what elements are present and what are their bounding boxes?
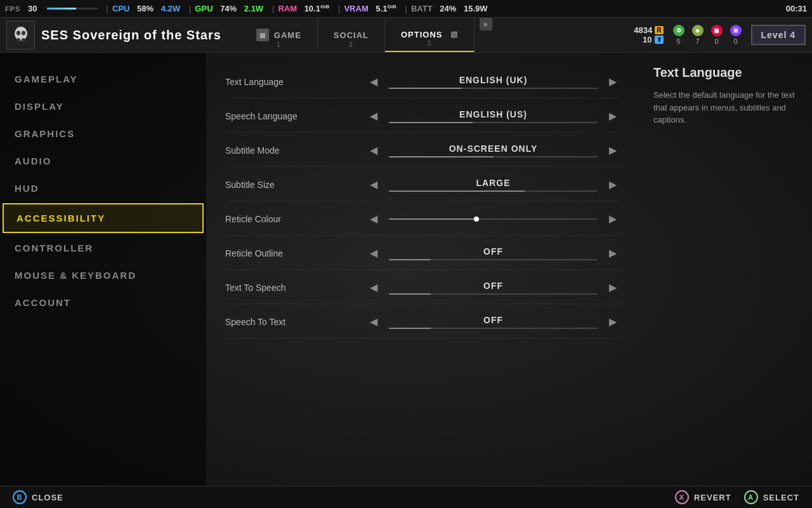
hud-icon-1: ⚙ xyxy=(673,25,684,36)
resource-stats: 4834 R 10 ⬆ xyxy=(634,25,663,44)
subtitle-size-slider xyxy=(389,190,598,192)
cpu-percent: 58% xyxy=(137,4,154,13)
text-language-value: ENGLISH (UK) xyxy=(459,75,528,85)
reticle-outline-control: ◀ OFF ▶ xyxy=(365,244,622,262)
nav-tabs: ▦ GAME 1 SOCIAL 2 OPTIONS ▧ 3 ≡ xyxy=(240,18,492,52)
revert-button[interactable]: X REVERT xyxy=(675,490,731,504)
game-title: SES Sovereign of the Stars xyxy=(41,28,221,43)
sidebar-item-hud[interactable]: HUD xyxy=(0,175,206,202)
reticle-outline-slider xyxy=(389,259,598,260)
hud-stats: 4834 R 10 ⬆ ⚙ 5 ◈ 7 ▣ 0 ⊞ 0 xyxy=(634,25,806,45)
second-resource-val: 10 xyxy=(643,35,652,44)
subtitle-mode-prev[interactable]: ◀ xyxy=(365,142,383,159)
hud-icon-3-val: 0 xyxy=(714,37,718,45)
x-button-icon: X xyxy=(675,490,689,504)
r-badge: R xyxy=(655,26,663,34)
fps-value: 30 xyxy=(28,4,37,13)
reticle-colour-slider xyxy=(389,218,598,220)
subtitle-size-label: Subtitle Size xyxy=(225,180,365,190)
speech-language-slider xyxy=(389,122,598,123)
cpu-bar xyxy=(47,8,98,10)
select-button[interactable]: A SELECT xyxy=(744,490,799,504)
reticle-colour-control: ◀ ▶ xyxy=(365,210,622,228)
batt-percent: 24% xyxy=(440,4,456,13)
subtitle-mode-slider xyxy=(389,156,598,157)
close-button[interactable]: B CLOSE xyxy=(13,490,63,504)
subtitle-size-value: LARGE xyxy=(476,178,511,188)
skull-icon xyxy=(11,25,30,44)
subtitle-mode-next[interactable]: ▶ xyxy=(604,142,622,159)
sidebar-item-mouse-keyboard[interactable]: MOUSE & KEYBOARD xyxy=(0,262,206,289)
batt-watts: 15.9W xyxy=(464,4,488,13)
subtitle-size-next[interactable]: ▶ xyxy=(604,176,622,194)
speech-to-text-control: ◀ OFF ▶ xyxy=(365,313,622,331)
tab-options[interactable]: OPTIONS ▧ 3 xyxy=(385,18,475,52)
sidebar-item-display[interactable]: DISPLAY xyxy=(0,93,206,120)
text-language-control: ◀ ENGLISH (UK) ▶ xyxy=(365,73,622,91)
b-button-icon: B xyxy=(13,490,27,504)
right-buttons: X REVERT A SELECT xyxy=(675,490,799,504)
sidebar: GAMEPLAY DISPLAY GRAPHICS AUDIO HUD ACCE… xyxy=(0,53,206,486)
bottom-bar: B CLOSE X REVERT A SELECT xyxy=(0,486,812,508)
tab-game[interactable]: ▦ GAME 1 xyxy=(240,18,318,52)
reticle-colour-next[interactable]: ▶ xyxy=(604,210,622,228)
hud-icon-4: ⊞ xyxy=(730,25,742,36)
text-to-speech-label: Text To Speech xyxy=(225,283,365,293)
speech-language-prev[interactable]: ◀ xyxy=(365,107,383,125)
subtitle-mode-value: ON-SCREEN ONLY xyxy=(449,144,538,154)
speech-to-text-prev[interactable]: ◀ xyxy=(365,313,383,331)
text-language-next[interactable]: ▶ xyxy=(604,73,622,91)
svg-rect-5 xyxy=(19,37,23,39)
hud-icon-2-val: 7 xyxy=(695,37,699,45)
hud-icon-1-val: 5 xyxy=(676,37,680,45)
revert-label: REVERT xyxy=(694,493,731,502)
speech-language-next[interactable]: ▶ xyxy=(604,107,622,125)
hud-icon-3: ▣ xyxy=(711,25,723,36)
reticle-colour-prev[interactable]: ◀ xyxy=(365,210,383,228)
performance-bar: FPS 30 | CPU 58% 4.2W | GPU 74% 2.1W | R… xyxy=(0,0,812,18)
clock-time: 00:31 xyxy=(786,4,807,13)
main-layout: GAMEPLAY DISPLAY GRAPHICS AUDIO HUD ACCE… xyxy=(0,53,812,486)
speech-to-text-value: OFF xyxy=(483,315,503,325)
hud-icon-4-val: 0 xyxy=(733,37,737,45)
ram-label: RAM xyxy=(278,4,297,13)
text-language-prev[interactable]: ◀ xyxy=(365,73,383,91)
text-language-slider xyxy=(389,88,598,89)
reticle-colour-label: Reticle Colour xyxy=(225,214,365,224)
speech-language-value: ENGLISH (US) xyxy=(459,109,527,119)
gpu-watts: 2.1W xyxy=(244,4,263,13)
reticle-outline-prev[interactable]: ◀ xyxy=(365,244,383,262)
ram-value: 10.1GiB xyxy=(304,4,330,13)
info-title: Text Language xyxy=(653,65,799,80)
tab-social[interactable]: SOCIAL 2 xyxy=(318,18,385,52)
setting-text-language: Text Language ◀ ENGLISH (UK) ▶ xyxy=(225,65,622,98)
svg-point-3 xyxy=(16,31,20,36)
text-to-speech-next[interactable]: ▶ xyxy=(604,279,622,297)
info-desc: Select the default language for the text… xyxy=(653,89,799,126)
speech-language-control: ◀ ENGLISH (US) ▶ xyxy=(365,107,622,125)
setting-text-to-speech: Text To Speech ◀ OFF ▶ xyxy=(225,271,622,304)
sidebar-item-graphics[interactable]: GRAPHICS xyxy=(0,120,206,147)
cpu-watts: 4.2W xyxy=(161,4,180,13)
svg-point-4 xyxy=(22,31,25,36)
subtitle-size-prev[interactable]: ◀ xyxy=(365,176,383,194)
text-to-speech-prev[interactable]: ◀ xyxy=(365,279,383,297)
info-panel: Text Language Select the default languag… xyxy=(641,53,812,486)
r-resource-val: 4834 xyxy=(634,25,652,35)
reticle-outline-next[interactable]: ▶ xyxy=(604,244,622,262)
speech-to-text-slider xyxy=(389,328,598,329)
sidebar-item-controller[interactable]: CONTROLLER xyxy=(0,234,206,262)
speech-to-text-next[interactable]: ▶ xyxy=(604,313,622,331)
cpu-label: CPU xyxy=(112,4,129,13)
sidebar-item-account[interactable]: ACCOUNT xyxy=(0,289,206,316)
sidebar-item-gameplay[interactable]: GAMEPLAY xyxy=(0,65,206,93)
sidebar-item-accessibility[interactable]: ACCESSIBILITY xyxy=(3,203,204,233)
sidebar-item-audio[interactable]: AUDIO xyxy=(0,147,206,175)
a-button-icon: A xyxy=(744,490,758,504)
top-header: SES Sovereign of the Stars ▦ GAME 1 SOCI… xyxy=(0,18,812,53)
setting-speech-language: Speech Language ◀ ENGLISH (US) ▶ xyxy=(225,100,622,133)
text-language-label: Text Language xyxy=(225,77,365,87)
game-tab-icon: ▦ xyxy=(256,29,269,41)
gpu-label: GPU xyxy=(195,4,213,13)
text-to-speech-value: OFF xyxy=(483,281,503,291)
